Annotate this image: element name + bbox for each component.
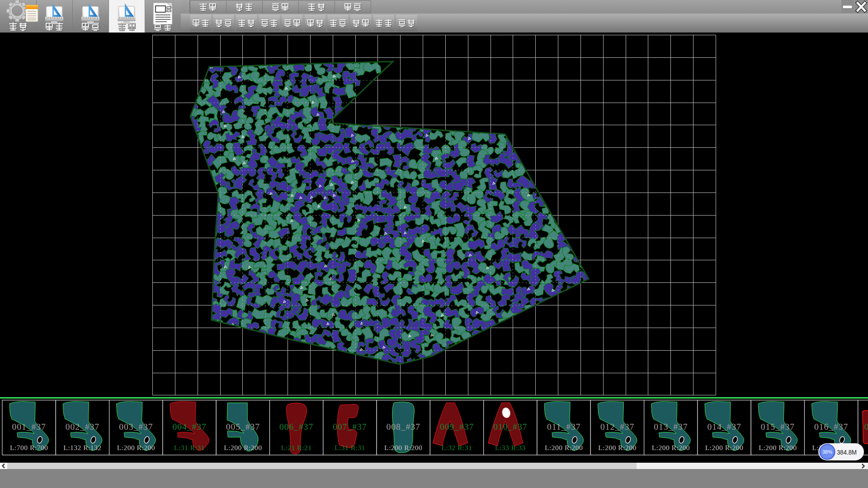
svg-text:015_#37: 015_#37 [761,422,795,432]
svg-text:L:200 R:200: L:200 R:200 [545,444,583,451]
svg-text:012_#37: 012_#37 [600,422,634,432]
svg-text:010_#37: 010_#37 [493,422,527,432]
svg-text:011_#37: 011_#37 [547,422,581,432]
svg-text:003_#37: 003_#37 [119,422,153,432]
svg-text:0: 0 [864,422,868,432]
svg-text:L:200 R:200: L:200 R:200 [384,444,422,451]
svg-text:L:200 R:200: L:200 R:200 [652,444,690,451]
svg-text:L:21 R:21: L:21 R:21 [281,444,312,451]
svg-text:L:132 R:132: L:132 R:132 [63,444,101,451]
svg-text:38%: 38% [822,449,832,455]
svg-text:L:31 R:31: L:31 R:31 [174,444,205,451]
svg-text:008_#37: 008_#37 [387,422,420,432]
svg-text:002_#37: 002_#37 [66,422,99,432]
svg-text:001_#37: 001_#37 [12,422,46,432]
svg-text:005_#37: 005_#37 [226,422,260,432]
svg-text:L:200 R:200: L:200 R:200 [224,444,262,451]
svg-text:L:32 R:31: L:32 R:31 [442,444,472,451]
svg-text:014_#37: 014_#37 [707,422,741,432]
svg-text:L:33 R:33: L:33 R:33 [495,444,526,451]
svg-text:013_#37: 013_#37 [654,422,688,432]
svg-text:L:200 R:200: L:200 R:200 [598,444,636,451]
svg-text:L:200 R:200: L:200 R:200 [117,444,155,451]
svg-text:384.8M: 384.8M [837,448,857,456]
svg-text:L:31 R:31: L:31 R:31 [335,444,365,451]
svg-text:004_#37: 004_#37 [172,422,206,432]
svg-text:L:200 R:200: L:200 R:200 [705,444,743,451]
svg-text:L:700 R:700: L:700 R:700 [10,444,48,451]
svg-text:007_#37: 007_#37 [333,422,367,432]
svg-text:009_#37: 009_#37 [440,422,474,432]
svg-text:016_#37: 016_#37 [814,422,848,432]
svg-text:006_#37: 006_#37 [279,422,313,432]
svg-text:L:200 R:200: L:200 R:200 [759,444,797,451]
